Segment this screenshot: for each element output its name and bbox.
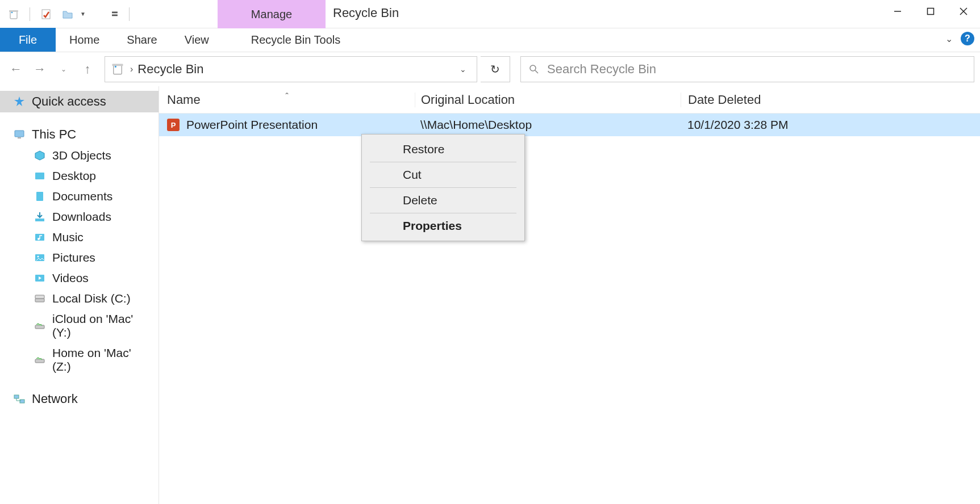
svg-point-10 xyxy=(115,66,116,68)
tab-share[interactable]: Share xyxy=(113,28,170,52)
window-controls xyxy=(881,0,980,23)
ribbon-right: ⌄ ? xyxy=(945,32,974,45)
file-list-pane: Name ⌃ Original Location Date Deleted P … xyxy=(159,86,980,504)
cell-date: 10/1/2020 3:28 PM xyxy=(681,118,980,132)
sidebar-item-home-drive[interactable]: Home on 'Mac' (Z:) xyxy=(0,343,159,377)
sidebar-item-music[interactable]: Music xyxy=(0,227,159,247)
svg-rect-31 xyxy=(20,400,24,403)
quick-access-toolbar: ▼ 〓 xyxy=(0,7,130,21)
properties-icon[interactable] xyxy=(40,9,52,20)
sidebar-item-quick-access[interactable]: Quick access xyxy=(0,91,159,112)
new-folder-icon[interactable] xyxy=(62,9,73,20)
sidebar-item-downloads[interactable]: Downloads xyxy=(0,207,159,227)
qat-customize-icon[interactable]: 〓 xyxy=(111,9,119,19)
search-icon xyxy=(529,64,539,74)
address-dropdown-icon[interactable]: ⌄ xyxy=(455,65,471,74)
svg-line-12 xyxy=(535,70,538,73)
sidebar-item-icloud-drive[interactable]: iCloud on 'Mac' (Y:) xyxy=(0,309,159,343)
network-icon xyxy=(12,392,26,406)
context-menu-properties[interactable]: Properties xyxy=(370,213,516,238)
column-header-name[interactable]: Name ⌃ xyxy=(159,93,415,107)
documents-icon xyxy=(33,190,47,203)
3d-objects-icon xyxy=(33,149,47,162)
help-button[interactable]: ? xyxy=(961,32,974,45)
pictures-icon xyxy=(33,251,47,264)
file-name: PowerPoint Presentation xyxy=(186,118,318,132)
sidebar-item-label: Quick access xyxy=(32,94,106,109)
back-button[interactable]: ← xyxy=(6,59,26,79)
column-header-location[interactable]: Original Location xyxy=(415,93,681,107)
search-input[interactable] xyxy=(547,62,966,77)
music-icon xyxy=(33,230,47,244)
up-button[interactable]: ↑ xyxy=(77,59,98,79)
context-menu-restore[interactable]: Restore xyxy=(370,137,516,162)
close-button[interactable] xyxy=(947,0,980,23)
drive-icon xyxy=(33,292,47,305)
cell-name: P PowerPoint Presentation xyxy=(159,118,415,132)
tab-view[interactable]: View xyxy=(171,28,223,52)
svg-rect-18 xyxy=(36,192,43,201)
sidebar-item-label: iCloud on 'Mac' (Y:) xyxy=(52,312,153,339)
search-box[interactable] xyxy=(520,56,974,82)
ribbon: File Home Share View Recycle Bin Tools ⌄… xyxy=(0,28,980,52)
breadcrumb-separator-icon[interactable]: › xyxy=(130,64,133,74)
context-menu-cut[interactable]: Cut xyxy=(370,162,516,188)
svg-rect-15 xyxy=(18,137,21,138)
tab-home[interactable]: Home xyxy=(56,28,113,52)
svg-marker-16 xyxy=(35,151,44,160)
svg-rect-17 xyxy=(35,173,44,179)
sidebar-item-label: This PC xyxy=(32,127,76,142)
svg-rect-26 xyxy=(35,299,44,302)
svg-rect-5 xyxy=(928,9,934,15)
sidebar-item-local-disk[interactable]: Local Disk (C:) xyxy=(0,288,159,309)
network-drive-icon xyxy=(33,319,47,333)
powerpoint-icon: P xyxy=(167,119,180,131)
forward-button[interactable]: → xyxy=(30,59,50,79)
sidebar-item-3d-objects[interactable]: 3D Objects xyxy=(0,145,159,166)
sidebar-item-documents[interactable]: Documents xyxy=(0,186,159,207)
sidebar-item-desktop[interactable]: Desktop xyxy=(0,166,159,186)
sidebar-item-pictures[interactable]: Pictures xyxy=(0,247,159,268)
sidebar-item-label: Desktop xyxy=(52,169,96,183)
sidebar-item-videos[interactable]: Videos xyxy=(0,268,159,288)
file-tab[interactable]: File xyxy=(0,28,56,52)
separator xyxy=(129,7,130,21)
tab-recycle-bin-tools[interactable]: Recycle Bin Tools xyxy=(237,28,354,52)
recent-locations-icon[interactable]: ⌄ xyxy=(53,59,74,79)
sidebar-item-label: Pictures xyxy=(52,251,95,264)
refresh-button[interactable]: ↻ xyxy=(481,56,510,82)
sidebar-item-label: Network xyxy=(32,392,78,406)
context-menu: Restore Cut Delete Properties xyxy=(361,134,525,241)
file-row[interactable]: P PowerPoint Presentation \\Mac\Home\Des… xyxy=(159,114,980,136)
svg-rect-28 xyxy=(35,325,44,329)
svg-rect-29 xyxy=(35,359,44,363)
sidebar-item-label: Local Disk (C:) xyxy=(52,292,131,305)
minimize-button[interactable] xyxy=(881,0,914,23)
network-drive-icon xyxy=(33,353,47,367)
svg-rect-14 xyxy=(15,131,24,137)
sidebar-item-label: Home on 'Mac' (Z:) xyxy=(52,346,153,373)
sidebar-item-label: 3D Objects xyxy=(52,149,111,162)
sidebar-item-network[interactable]: Network xyxy=(0,388,159,410)
contextual-tab-header[interactable]: Manage xyxy=(218,0,326,28)
column-header-date[interactable]: Date Deleted xyxy=(681,93,980,107)
svg-point-23 xyxy=(37,256,39,258)
maximize-button[interactable] xyxy=(914,0,947,23)
videos-icon xyxy=(33,271,47,285)
sidebar-item-this-pc[interactable]: This PC xyxy=(0,124,159,145)
svg-rect-19 xyxy=(35,219,44,221)
this-pc-icon xyxy=(12,128,26,141)
sidebar-item-label: Videos xyxy=(52,271,89,285)
navigation-pane: Quick access This PC 3D Objects Desktop … xyxy=(0,86,159,504)
ribbon-expand-icon[interactable]: ⌄ xyxy=(945,33,953,44)
context-menu-delete[interactable]: Delete xyxy=(370,188,516,213)
svg-point-11 xyxy=(530,65,536,71)
sidebar-item-label: Music xyxy=(52,230,84,244)
quick-access-icon xyxy=(12,95,26,108)
recycle-bin-icon[interactable] xyxy=(8,9,19,20)
breadcrumb-segment[interactable]: Recycle Bin xyxy=(137,62,455,77)
qat-dropdown-icon[interactable]: ▼ xyxy=(80,11,86,17)
svg-rect-27 xyxy=(35,295,44,299)
address-bar[interactable]: › Recycle Bin ⌄ xyxy=(105,56,477,82)
downloads-icon xyxy=(33,210,47,224)
